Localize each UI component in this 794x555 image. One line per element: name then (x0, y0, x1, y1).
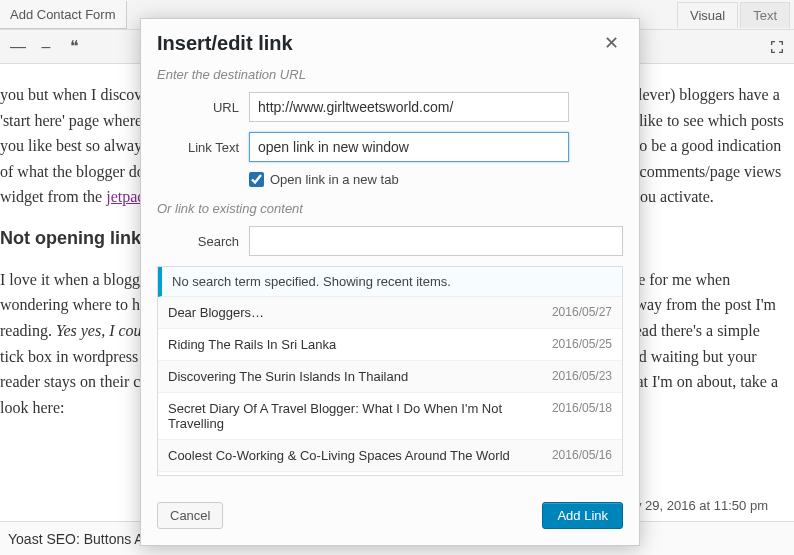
quote-icon[interactable]: ❝ (64, 42, 84, 52)
linktext-input[interactable] (249, 132, 569, 162)
list-item[interactable]: Riding The Rails In Sri Lanka2016/05/25 (158, 329, 622, 361)
list-item-date: 2016/05/16 (552, 448, 612, 462)
hint-existing: Or link to existing content (157, 201, 623, 216)
tab-visual[interactable]: Visual (677, 2, 738, 28)
search-input[interactable] (249, 226, 623, 256)
strike-button[interactable]: — (8, 38, 28, 56)
url-label: URL (157, 100, 239, 115)
tab-text[interactable]: Text (740, 2, 790, 28)
dialog-title: Insert/edit link (157, 32, 293, 55)
insert-link-dialog: Insert/edit link ✕ Enter the destination… (140, 18, 640, 546)
recent-items-head: No search term specified. Showing recent… (158, 267, 622, 297)
add-contact-form-button[interactable]: Add Contact Form (0, 1, 127, 29)
list-item[interactable]: 30 Photos That Will Make You Want To Hon… (158, 472, 622, 476)
list-item[interactable]: Discovering The Surin Islands In Thailan… (158, 361, 622, 393)
hint-url: Enter the destination URL (157, 67, 623, 82)
recent-items-list: No search term specified. Showing recent… (157, 266, 623, 476)
cancel-button[interactable]: Cancel (157, 502, 223, 529)
list-item-date: 2016/05/27 (552, 305, 612, 319)
url-input[interactable] (249, 92, 569, 122)
list-item-date: 2016/05/25 (552, 337, 612, 351)
list-item[interactable]: Dear Bloggers…2016/05/27 (158, 297, 622, 329)
open-new-tab-checkbox[interactable] (249, 172, 264, 187)
list-item[interactable]: Secret Diary Of A Travel Blogger: What I… (158, 393, 622, 440)
list-item-date: 2016/05/18 (552, 401, 612, 415)
list-item-title: Secret Diary Of A Travel Blogger: What I… (168, 401, 552, 431)
list-item-title: Dear Bloggers… (168, 305, 278, 320)
close-icon[interactable]: ✕ (599, 31, 623, 55)
search-label: Search (157, 234, 239, 249)
list-item-date: 2016/05/23 (552, 369, 612, 383)
list-item-title: Riding The Rails In Sri Lanka (168, 337, 350, 352)
add-link-button[interactable]: Add Link (542, 502, 623, 529)
list-item-title: Coolest Co-Working & Co-Living Spaces Ar… (168, 448, 524, 463)
linktext-label: Link Text (157, 140, 239, 155)
list-item[interactable]: Coolest Co-Working & Co-Living Spaces Ar… (158, 440, 622, 472)
list-item-title: Discovering The Surin Islands In Thailan… (168, 369, 422, 384)
hr-button[interactable]: – (36, 38, 56, 56)
fullscreen-icon[interactable] (766, 36, 788, 58)
open-new-tab-label: Open link in a new tab (270, 172, 399, 187)
